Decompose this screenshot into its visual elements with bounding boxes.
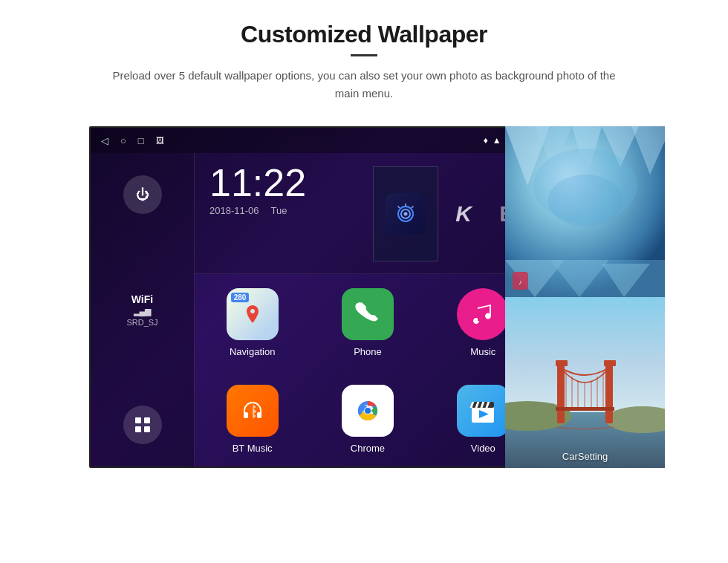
app-chrome[interactable]: Chrome <box>310 371 425 467</box>
bluetooth-headphone-icon <box>236 394 269 427</box>
navigation-icon: 280 <box>227 288 279 340</box>
btmusic-icon <box>227 385 279 437</box>
chrome-icon <box>342 385 394 437</box>
apps-grid-icon <box>134 417 151 433</box>
center-content: 11:22 2018-11-06 Tue <box>195 153 541 466</box>
power-icon: ⏻ <box>136 187 149 203</box>
phone-icon <box>342 288 394 340</box>
svg-point-6 <box>404 212 408 216</box>
svg-rect-39 <box>605 364 613 423</box>
wallpaper-ice[interactable]: ♪ <box>505 126 665 297</box>
video-clapboard-icon <box>467 394 499 427</box>
title-section: Customized Wallpaper Preload over 5 defa… <box>111 21 617 102</box>
status-bar: ◁ ○ □ 🖼 ♦ ▲ 11:22 <box>91 128 541 153</box>
music-note-icon <box>467 299 498 330</box>
wifi-label: WiFi <box>126 293 157 305</box>
app-navigation[interactable]: 280 Navigation <box>195 274 310 371</box>
k-widget: K <box>441 166 486 261</box>
svg-rect-0 <box>135 417 141 423</box>
svg-rect-48 <box>556 360 568 366</box>
k-label: K <box>455 201 472 227</box>
svg-line-9 <box>398 206 400 209</box>
svg-line-8 <box>412 206 414 209</box>
app-phone[interactable]: Phone <box>310 274 425 371</box>
app-grid: 280 Navigation <box>195 274 541 466</box>
location-icon: ♦ <box>484 135 488 146</box>
carsetting-label: CarSetting <box>505 451 665 462</box>
app-btmusic[interactable]: BT Music <box>195 371 310 467</box>
ice-cave-svg <box>505 126 665 297</box>
music-label: Music <box>470 346 495 357</box>
wallpaper-bridge[interactable]: CarSetting <box>505 297 665 468</box>
music-card: ♪ <box>513 272 528 290</box>
video-label: Video <box>471 443 495 454</box>
back-nav-icon[interactable]: ◁ <box>101 135 108 146</box>
wifi-name: SRD_SJ <box>126 318 157 327</box>
wallpaper-panel: ♪ <box>505 126 665 468</box>
wifi-info: WiFi ▂▄▆ SRD_SJ <box>126 293 157 327</box>
chrome-label: Chrome <box>351 443 385 454</box>
apps-button[interactable] <box>123 406 162 444</box>
main-content: ⏻ WiFi ▂▄▆ SRD_SJ <box>91 153 541 466</box>
clock-date-row: 2018-11-06 Tue <box>209 205 306 216</box>
clock-area: 11:22 2018-11-06 Tue <box>195 153 541 274</box>
bridge-svg <box>505 297 665 468</box>
radio-widget[interactable] <box>373 166 438 261</box>
clock-time: 11:22 <box>209 163 306 202</box>
android-screen: ◁ ○ □ 🖼 ♦ ▲ 11:22 ⏻ <box>89 126 542 468</box>
page-container: Customized Wallpaper Preload over 5 defa… <box>0 0 728 563</box>
btmusic-label: BT Music <box>233 443 273 454</box>
power-button[interactable]: ⏻ <box>123 175 162 214</box>
clock-date: 2018-11-06 <box>209 205 259 216</box>
screenshot-nav-icon[interactable]: 🖼 <box>156 136 164 145</box>
signal-icon: ▲ <box>493 135 501 146</box>
chrome-logo-icon <box>349 392 386 429</box>
svg-rect-49 <box>604 360 616 366</box>
svg-rect-3 <box>144 426 150 432</box>
svg-point-29 <box>548 175 623 227</box>
svg-rect-2 <box>135 426 141 432</box>
device-area: ◁ ○ □ 🖼 ♦ ▲ 11:22 ⏻ <box>63 126 665 490</box>
status-left-icons: ◁ ○ □ 🖼 <box>101 135 164 146</box>
bridge-scene-image <box>505 297 665 468</box>
ice-cave-image <box>505 126 665 297</box>
radio-icon-container <box>385 193 426 235</box>
svg-point-14 <box>365 408 371 414</box>
recent-nav-icon[interactable]: □ <box>138 135 144 146</box>
music-icon <box>457 288 509 340</box>
page-title: Customized Wallpaper <box>111 21 617 48</box>
title-divider <box>351 54 377 56</box>
home-nav-icon[interactable]: ○ <box>120 135 126 146</box>
svg-rect-47 <box>556 407 614 411</box>
page-subtitle: Preload over 5 default wallpaper options… <box>111 67 617 102</box>
phone-handset-icon <box>352 299 383 330</box>
map-pin-icon <box>242 304 263 325</box>
phone-label: Phone <box>354 346 382 357</box>
video-icon <box>457 385 509 437</box>
wifi-signal-bars: ▂▄▆ <box>126 307 157 316</box>
navigation-label: Navigation <box>230 346 275 357</box>
left-sidebar: ⏻ WiFi ▂▄▆ SRD_SJ <box>91 153 195 466</box>
svg-rect-38 <box>557 364 565 423</box>
clock-day: Tue <box>271 205 287 216</box>
radio-waves-icon <box>392 201 419 227</box>
svg-rect-1 <box>144 417 150 423</box>
